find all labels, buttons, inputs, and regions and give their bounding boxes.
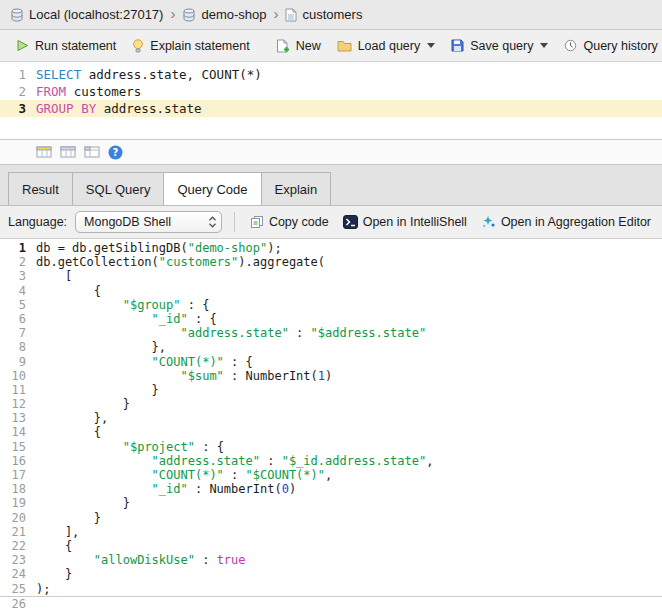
line-number: 26	[0, 597, 36, 610]
line-number: 16	[0, 454, 36, 468]
breadcrumb-collection[interactable]: customers	[285, 7, 362, 22]
line-number: 11	[0, 383, 36, 397]
line-number: 17	[0, 468, 36, 482]
code-line[interactable]: 18 "_id" : NumberInt(0)	[0, 482, 662, 496]
code-token	[36, 326, 181, 340]
code-line[interactable]: 5 "$group" : {	[0, 298, 662, 312]
help-button[interactable]: ?	[108, 145, 123, 160]
code-token: "_id"	[152, 482, 188, 496]
code-token: SELECT	[36, 67, 81, 82]
sql-line[interactable]: 3GROUP BY address.state	[0, 100, 662, 117]
code-line[interactable]: 7 "address.state" : "$address.state"	[0, 326, 662, 340]
sql-editor[interactable]: 1SELECT address.state, COUNT(*)2FROM cus…	[0, 62, 662, 140]
breadcrumb-collection-label: customers	[302, 7, 362, 22]
code-line[interactable]: 12 }	[0, 397, 662, 411]
code-line[interactable]: 9 "COUNT(*)" : {	[0, 355, 662, 369]
code-token: : {	[224, 355, 253, 369]
code-line[interactable]: 22 {	[0, 539, 662, 553]
language-select[interactable]: MongoDB Shell	[75, 211, 222, 233]
code-line[interactable]: 10 "$sum" : NumberInt(1)	[0, 369, 662, 383]
sql-line[interactable]: 2FROM customers	[0, 83, 662, 100]
code-token: }	[36, 397, 130, 411]
run-statement-button[interactable]: Run statement	[8, 35, 124, 57]
code-token: "COUNT(*)"	[152, 355, 224, 369]
new-query-button[interactable]: New	[268, 35, 329, 57]
code-line[interactable]: 25);	[0, 582, 662, 596]
tab-explain[interactable]: Explain	[262, 173, 331, 205]
code-line[interactable]: 13 },	[0, 411, 662, 425]
code-token: {	[36, 284, 101, 298]
code-line[interactable]: 8 },	[0, 340, 662, 354]
code-line[interactable]: 17 "COUNT(*)" : "$COUNT(*)",	[0, 468, 662, 482]
line-number: 19	[0, 496, 36, 510]
code-line[interactable]: 4 {	[0, 284, 662, 298]
code-line[interactable]: 6 "_id" : {	[0, 312, 662, 326]
breadcrumb-connection[interactable]: Local (localhost:27017)	[10, 7, 163, 22]
database-icon	[10, 8, 24, 22]
code-line[interactable]: 23 "allowDiskUse" : true	[0, 553, 662, 567]
code-line[interactable]: 20 }	[0, 511, 662, 525]
code-line[interactable]: 1db = db.getSiblingDB("demo-shop");	[0, 241, 662, 255]
code-line[interactable]: 19 }	[0, 496, 662, 510]
copy-icon	[250, 215, 264, 229]
code-token: )	[325, 369, 332, 383]
code-text: "allowDiskUse" : true	[36, 553, 662, 567]
code-line[interactable]: 26	[0, 596, 662, 610]
code-text: },	[36, 411, 662, 425]
copy-code-button[interactable]: Copy code	[247, 212, 332, 232]
code-token: {	[36, 539, 72, 553]
code-line[interactable]: 14 {	[0, 425, 662, 439]
code-token: "$_id.address.state"	[282, 454, 427, 468]
json-view-toggle-button[interactable]	[84, 145, 100, 159]
line-number: 2	[0, 83, 36, 100]
code-line[interactable]: 21 ],	[0, 525, 662, 539]
studio3t-window: Local (localhost:27017) › demo-shop › cu…	[0, 0, 662, 610]
code-token: : {	[195, 440, 224, 454]
chevron-right-icon: ›	[273, 6, 278, 21]
sql-line[interactable]: 1SELECT address.state, COUNT(*)	[0, 66, 662, 83]
open-in-aggregation-editor-button[interactable]: Open in Aggregation Editor	[478, 212, 654, 232]
code-line[interactable]: 24 }	[0, 567, 662, 581]
code-text: "COUNT(*)" : "$COUNT(*)",	[36, 468, 662, 482]
open-in-intellishell-label: Open in IntelliShell	[363, 215, 467, 229]
code-text: }	[36, 397, 662, 411]
open-in-intellishell-button[interactable]: Open in IntelliShell	[340, 212, 470, 232]
tab-result[interactable]: Result	[9, 173, 73, 205]
breadcrumb-database[interactable]: demo-shop	[182, 7, 266, 22]
line-number: 14	[0, 425, 36, 439]
code-token: }	[36, 511, 101, 525]
tab-query-code[interactable]: Query Code	[164, 173, 261, 205]
code-text: "address.state" : "$address.state"	[36, 326, 662, 340]
code-line[interactable]: 2db.getCollection("customers").aggregate…	[0, 255, 662, 269]
query-history-button[interactable]: Query history	[556, 35, 662, 57]
table-view-toggle-button[interactable]	[60, 145, 76, 159]
code-text: [	[36, 269, 662, 283]
database-icon	[182, 8, 196, 22]
breadcrumb-database-label: demo-shop	[201, 7, 266, 22]
code-line[interactable]: 11 }	[0, 383, 662, 397]
explain-statement-button[interactable]: Explain statement	[124, 35, 257, 57]
code-token: address.state, COUNT(*)	[81, 67, 262, 82]
query-builder-toggle-button[interactable]	[36, 145, 52, 159]
save-query-button[interactable]: Save query	[443, 35, 556, 57]
tab-sql-query[interactable]: SQL Query	[73, 173, 165, 205]
load-query-button[interactable]: Load query	[329, 35, 444, 57]
code-token: ],	[36, 525, 79, 539]
code-line[interactable]: 16 "address.state" : "$_id.address.state…	[0, 454, 662, 468]
code-token	[36, 454, 152, 468]
languagebar-separator	[234, 212, 235, 232]
code-line[interactable]: 3 [	[0, 269, 662, 283]
code-text: {	[36, 539, 662, 553]
code-text: }	[36, 383, 662, 397]
code-text: "_id" : {	[36, 312, 662, 326]
code-line[interactable]: 15 "$project" : {	[0, 440, 662, 454]
code-text: "_id" : NumberInt(0)	[36, 482, 662, 496]
code-token: db = db.getSiblingDB(	[36, 241, 188, 255]
code-token: : NumberInt(	[188, 482, 282, 496]
code-token: "address.state"	[152, 454, 260, 468]
code-token: "$address.state"	[311, 326, 427, 340]
code-text: ],	[36, 525, 662, 539]
query-code-editor[interactable]: 1db = db.getSiblingDB("demo-shop");2db.g…	[0, 239, 662, 610]
code-token: }	[36, 383, 159, 397]
code-text: db = db.getSiblingDB("demo-shop");	[36, 241, 662, 255]
